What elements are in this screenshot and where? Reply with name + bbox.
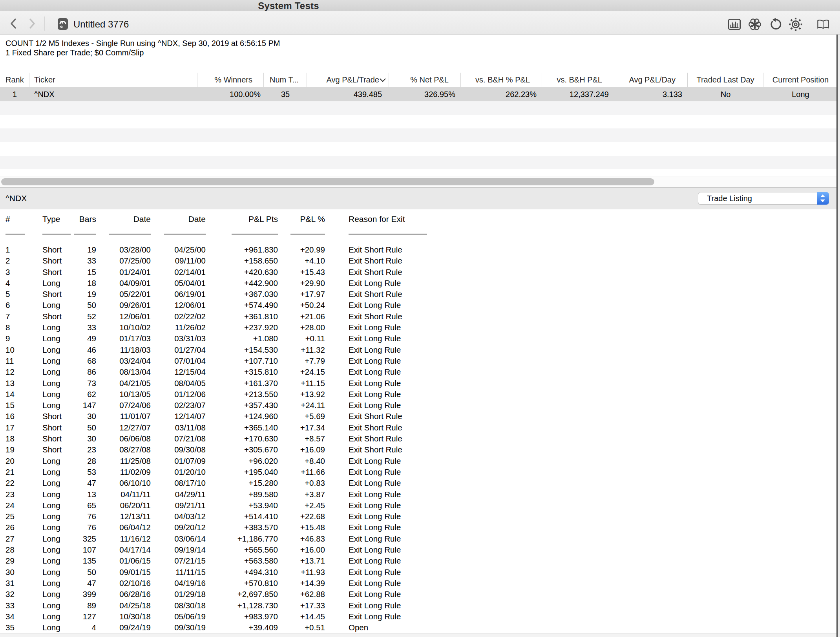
trade-cell: +0.51: [279, 622, 326, 633]
trade-cell: Short: [39, 422, 73, 433]
results-column-header[interactable]: vs. B&H % P&L: [461, 73, 542, 87]
trade-cell: +2,697.850: [208, 589, 279, 600]
trade-cell: +53.940: [208, 500, 279, 511]
trade-cell: Long: [39, 366, 73, 377]
trade-cell: 17: [0, 422, 39, 433]
trade-cell: 10/30/18: [98, 611, 153, 622]
scrollbar-thumb[interactable]: [1, 178, 654, 185]
trade-cell: 03/06/14: [153, 533, 208, 544]
trade-cell: +17.33: [279, 600, 326, 611]
trade-cell: +50.24: [279, 300, 326, 311]
results-column-header[interactable]: Rank: [0, 73, 29, 87]
results-row[interactable]: 1^NDX100.00%35439.485326.95%262.23%12,33…: [0, 87, 838, 101]
trade-cell: Long: [39, 344, 73, 355]
chart-icon: [728, 26, 741, 32]
results-column-header[interactable]: Traded Last Day: [688, 73, 763, 87]
trade-cell: +29.90: [279, 278, 326, 289]
trade-cell: +3.87: [279, 489, 326, 500]
symbol-section-bar: ^NDX Trade Listing: [0, 187, 838, 209]
trade-cell: Exit Long Rule: [326, 544, 546, 555]
trade-cell: 01/29/18: [153, 589, 208, 600]
trades-column-header: Bars: [73, 213, 98, 234]
trade-cell: 16: [0, 411, 39, 422]
trade-cell: 33: [73, 322, 98, 333]
trade-row: 21Long5311/02/0901/20/10+195.040+11.66Ex…: [0, 467, 546, 478]
trade-cell: Long: [39, 456, 73, 467]
trade-cell: +983.970: [208, 611, 279, 622]
trade-cell: 05/06/19: [153, 611, 208, 622]
forward-button[interactable]: [26, 17, 38, 30]
trade-row: 27Long32511/16/1203/06/14+1,186.770+46.8…: [0, 533, 546, 544]
trade-cell: 03/24/04: [98, 355, 153, 366]
library-button[interactable]: [816, 18, 830, 31]
trade-cell: 08/17/10: [153, 478, 208, 489]
trade-cell: +154.530: [208, 344, 279, 355]
trade-cell: Exit Short Rule: [326, 422, 546, 433]
rerun-button[interactable]: [769, 18, 782, 31]
trade-cell: 08/30/18: [153, 600, 208, 611]
document-proxy-icon[interactable]: [58, 18, 68, 30]
results-cell: 35: [264, 87, 307, 101]
trade-cell: +563.580: [208, 555, 279, 566]
trade-cell: Short: [39, 267, 73, 278]
trades-column-header: P&L %: [279, 213, 326, 234]
trade-cell: Long: [39, 544, 73, 555]
results-column-header[interactable]: % Net P&L: [389, 73, 461, 87]
trade-cell: Short: [39, 411, 73, 422]
header-underline: [5, 234, 25, 234]
trade-cell: +24.11: [279, 400, 326, 411]
trade-cell: 06/10/10: [98, 478, 153, 489]
results-column-header[interactable]: % Winners: [197, 73, 264, 87]
results-column-header[interactable]: Num T...: [264, 73, 307, 87]
results-column-header[interactable]: Current Position: [763, 73, 838, 87]
trades-header-row: #TypeBarsDateDateP&L PtsP&L %Reason for …: [0, 213, 546, 234]
trade-cell: 3: [0, 267, 39, 278]
settings-button[interactable]: [789, 18, 802, 31]
trade-cell: +96.020: [208, 456, 279, 467]
results-cell: 326.95%: [389, 87, 461, 101]
trade-cell: +357.430: [208, 400, 279, 411]
results-column-header[interactable]: Avg P&L/Day: [614, 73, 688, 87]
trade-cell: +5.69: [279, 411, 326, 422]
back-button[interactable]: [8, 17, 20, 30]
optimize-button[interactable]: [748, 18, 761, 31]
view-selector-dropdown[interactable]: Trade Listing: [698, 192, 829, 205]
trade-row: 34Long12710/30/1805/06/19+983.970+14.45E…: [0, 611, 546, 622]
trade-row: 24Long6506/20/1109/21/11+53.940+2.45Exit…: [0, 500, 546, 511]
trade-cell: 02/10/16: [98, 578, 153, 589]
horizontal-scrollbar[interactable]: [0, 176, 838, 187]
trade-cell: 06/04/12: [98, 522, 153, 533]
trade-cell: +158.650: [208, 255, 279, 266]
trade-cell: 01/24/01: [98, 267, 153, 278]
trade-cell: 09/20/12: [153, 522, 208, 533]
trade-cell: +420.630: [208, 267, 279, 278]
trade-cell: 22: [0, 478, 39, 489]
trade-cell: Exit Short Rule: [326, 411, 546, 422]
results-column-header[interactable]: Avg P&L/Trade: [307, 73, 389, 87]
trade-cell: 4: [73, 622, 98, 633]
window-title: System Tests: [0, 0, 577, 11]
forward-icon: [26, 24, 38, 31]
trade-row: 7Short5212/06/0102/22/02+361.810+21.06Ex…: [0, 311, 546, 322]
chart-button[interactable]: [728, 18, 741, 31]
trade-cell: +367.030: [208, 289, 279, 300]
trade-cell: 76: [73, 511, 98, 522]
trade-row: 14Long6210/13/0501/12/06+213.550+13.92Ex…: [0, 389, 546, 400]
trade-cell: 01/27/04: [153, 344, 208, 355]
trade-row: 33Long8904/25/1808/30/18+1,128.730+17.33…: [0, 600, 546, 611]
trade-cell: 135: [73, 555, 98, 566]
trade-row: 31Long4702/10/1604/19/16+570.810+14.39Ex…: [0, 578, 546, 589]
header-underline: [74, 234, 96, 234]
results-empty-rows: [0, 101, 838, 176]
trade-cell: 01/17/03: [98, 333, 153, 344]
sort-indicator-icon: [380, 76, 386, 82]
results-column-header[interactable]: vs. B&H P&L: [542, 73, 614, 87]
trade-row: 20Long2811/25/0801/07/09+96.020+8.40Exit…: [0, 456, 546, 467]
trade-cell: +14.39: [279, 578, 326, 589]
trade-cell: 7: [0, 311, 39, 322]
trade-cell: 15: [0, 400, 39, 411]
trade-row: 12Long8608/13/0412/15/04+315.810+24.15Ex…: [0, 366, 546, 377]
trade-cell: +15.48: [279, 522, 326, 533]
trade-cell: 14: [0, 389, 39, 400]
results-column-header[interactable]: Ticker: [29, 73, 197, 87]
